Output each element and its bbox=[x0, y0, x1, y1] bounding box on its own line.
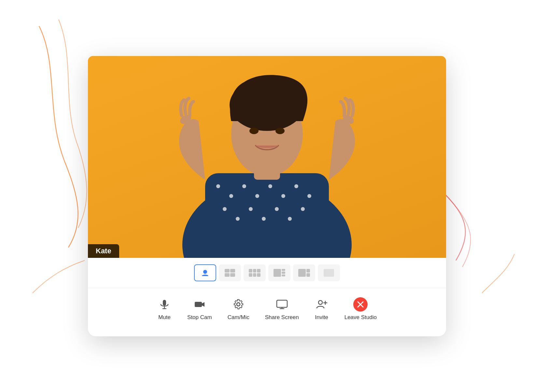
studio-container: Kate bbox=[88, 56, 446, 336]
svg-point-4 bbox=[242, 184, 246, 188]
svg-point-6 bbox=[268, 184, 272, 188]
svg-point-11 bbox=[236, 217, 240, 221]
mute-button[interactable]: Mute bbox=[157, 297, 172, 321]
svg-point-10 bbox=[223, 207, 227, 211]
svg-point-24 bbox=[203, 270, 207, 274]
svg-point-34 bbox=[318, 301, 322, 304]
cam-mic-label: Cam/Mic bbox=[228, 314, 249, 321]
stop-cam-button[interactable]: Stop Cam bbox=[187, 297, 212, 321]
layout-btn-grid2[interactable] bbox=[219, 264, 241, 281]
participant-video bbox=[88, 56, 446, 258]
svg-point-5 bbox=[255, 194, 259, 198]
svg-rect-25 bbox=[163, 300, 166, 306]
svg-point-3 bbox=[229, 194, 233, 198]
toolbar: Mute Stop Cam C bbox=[88, 288, 446, 330]
camera-icon bbox=[192, 297, 207, 312]
layout-btn-main-sidebar[interactable] bbox=[268, 264, 290, 281]
svg-rect-31 bbox=[277, 300, 287, 307]
leave-studio-icon bbox=[353, 297, 368, 312]
invite-button[interactable]: Invite bbox=[315, 297, 329, 321]
mute-label: Mute bbox=[158, 314, 171, 321]
leave-studio-label: Leave Studio bbox=[344, 314, 377, 321]
svg-point-2 bbox=[216, 184, 220, 188]
svg-point-9 bbox=[307, 194, 311, 198]
svg-rect-1 bbox=[205, 173, 329, 258]
participant-name-badge: Kate bbox=[88, 244, 119, 258]
invite-icon bbox=[315, 297, 329, 312]
svg-point-13 bbox=[262, 217, 266, 221]
layout-btn-spotlight[interactable] bbox=[293, 264, 315, 281]
svg-point-12 bbox=[249, 207, 253, 211]
stop-cam-label: Stop Cam bbox=[187, 314, 212, 321]
svg-point-7 bbox=[281, 194, 285, 198]
single-layout-icon bbox=[201, 268, 210, 277]
layout-btn-grid3[interactable] bbox=[244, 264, 266, 281]
video-background bbox=[88, 56, 446, 258]
svg-point-21 bbox=[275, 128, 285, 134]
svg-rect-28 bbox=[195, 302, 202, 307]
cam-mic-button[interactable]: Cam/Mic bbox=[228, 297, 249, 321]
svg-point-15 bbox=[288, 217, 292, 221]
monitor-icon bbox=[275, 297, 289, 312]
layout-selector bbox=[88, 258, 446, 288]
share-screen-label: Share Screen bbox=[265, 314, 299, 321]
svg-point-8 bbox=[294, 184, 298, 188]
svg-point-20 bbox=[249, 128, 259, 134]
participant-name-text: Kate bbox=[96, 247, 111, 255]
video-area: Kate bbox=[88, 56, 446, 258]
svg-point-14 bbox=[275, 207, 279, 211]
layout-btn-single[interactable] bbox=[194, 264, 216, 281]
settings-icon bbox=[231, 297, 246, 312]
svg-point-16 bbox=[301, 207, 305, 211]
invite-label: Invite bbox=[315, 314, 328, 321]
share-screen-button[interactable]: Share Screen bbox=[265, 297, 299, 321]
leave-studio-button[interactable]: Leave Studio bbox=[344, 297, 377, 321]
layout-btn-empty[interactable] bbox=[318, 264, 340, 281]
microphone-icon bbox=[157, 297, 172, 312]
